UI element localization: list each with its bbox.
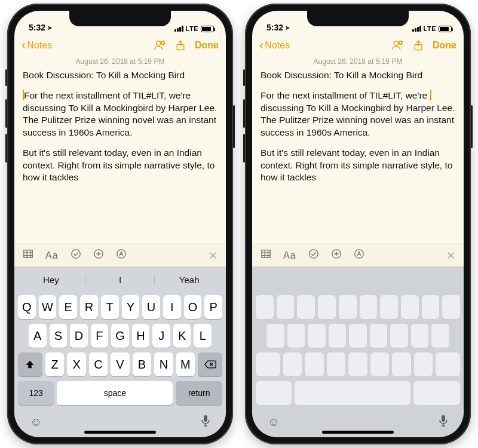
key-w[interactable]: W (277, 295, 295, 319)
markup-icon[interactable] (354, 248, 364, 262)
emoji-key[interactable]: ☺ (30, 415, 42, 429)
key-l[interactable]: L (431, 324, 449, 348)
table-icon[interactable] (23, 248, 33, 262)
table-icon[interactable] (261, 248, 271, 262)
dictation-key[interactable] (439, 415, 448, 429)
done-button[interactable]: Done (195, 40, 219, 51)
note-paragraph-pre: For the next installment of TIL#LIT, we'… (261, 90, 430, 100)
key-e[interactable]: E (297, 295, 315, 319)
key-m[interactable]: M (414, 352, 433, 376)
text-format-button[interactable]: Aa (45, 250, 59, 261)
key-b[interactable]: B (133, 352, 151, 376)
numbers-key[interactable]: . (256, 381, 292, 405)
add-people-icon[interactable] (391, 39, 404, 52)
suggestion[interactable]: Yeah (154, 275, 223, 285)
home-indicator[interactable] (84, 431, 156, 434)
key-r[interactable]: R (318, 295, 336, 319)
key-t[interactable]: T (339, 295, 357, 319)
key-i[interactable]: I (401, 295, 419, 319)
space-key[interactable]: . (295, 381, 410, 405)
key-c[interactable]: C (327, 352, 345, 376)
key-b[interactable]: B (370, 352, 389, 376)
add-attachment-icon[interactable] (93, 248, 104, 262)
key-h[interactable]: H (370, 324, 388, 348)
backspace-key[interactable] (198, 352, 222, 376)
back-button[interactable]: ‹ Notes (259, 39, 290, 52)
key-h[interactable]: H (132, 324, 150, 348)
close-toolbar-icon[interactable]: ✕ (209, 249, 217, 262)
keyboard[interactable]: Hey I Yeah QWERTYUIOP ASDFGHJKL ZXCVBNM (14, 266, 226, 437)
close-toolbar-icon[interactable]: ✕ (446, 249, 455, 262)
key-q[interactable]: Q (18, 295, 36, 319)
key-o[interactable]: O (184, 295, 202, 319)
note-editor[interactable]: Book Discussion: To Kill a Mocking Bird … (14, 69, 226, 244)
key-j[interactable]: J (390, 324, 408, 348)
key-s[interactable]: S (287, 324, 305, 348)
key-n[interactable]: N (392, 352, 410, 376)
return-key[interactable]: . (413, 381, 460, 405)
checklist-icon[interactable] (71, 248, 81, 262)
key-m[interactable]: M (176, 352, 195, 376)
key-z[interactable]: Z (283, 352, 302, 376)
key-k[interactable]: K (173, 324, 191, 348)
shift-key[interactable]: . (256, 352, 280, 376)
key-a[interactable]: A (266, 324, 284, 348)
space-key[interactable]: space (57, 381, 173, 405)
key-z[interactable]: Z (45, 352, 64, 376)
signal-icon (412, 26, 421, 32)
key-u[interactable]: U (380, 295, 398, 319)
key-o[interactable]: O (422, 295, 440, 319)
share-icon[interactable] (174, 39, 186, 51)
key-y[interactable]: Y (360, 295, 378, 319)
dictation-key[interactable] (201, 415, 210, 429)
note-editor[interactable]: Book Discussion: To Kill a Mocking Bird … (252, 69, 464, 244)
status-time: 5:32 (29, 23, 45, 32)
text-format-button[interactable]: Aa (283, 250, 296, 261)
markup-icon[interactable] (116, 248, 127, 262)
key-y[interactable]: Y (122, 295, 140, 319)
add-attachment-icon[interactable] (331, 248, 342, 262)
key-s[interactable]: S (50, 324, 68, 348)
suggestion-bar: Hey I Yeah (17, 270, 223, 289)
back-button[interactable]: ‹ Notes (22, 39, 52, 52)
key-l[interactable]: L (194, 324, 212, 348)
key-g[interactable]: G (349, 324, 367, 348)
key-i[interactable]: I (163, 295, 181, 319)
key-t[interactable]: T (101, 295, 119, 319)
key-q[interactable]: Q (256, 295, 274, 319)
add-people-icon[interactable] (153, 39, 166, 52)
key-u[interactable]: U (142, 295, 160, 319)
key-f[interactable]: F (329, 324, 347, 348)
svg-rect-11 (262, 250, 270, 258)
return-key[interactable]: return (176, 381, 222, 405)
home-indicator[interactable] (322, 431, 394, 434)
key-x[interactable]: X (305, 352, 323, 376)
key-c[interactable]: C (89, 352, 108, 376)
backspace-key[interactable]: . (436, 352, 460, 376)
emoji-key[interactable]: ☺ (268, 415, 280, 429)
suggestion[interactable]: Hey (17, 275, 85, 285)
shift-key[interactable] (18, 352, 42, 376)
key-p[interactable]: P (442, 295, 460, 319)
key-f[interactable]: F (91, 324, 109, 348)
key-v[interactable]: V (111, 352, 129, 376)
share-icon[interactable] (412, 39, 424, 51)
done-button[interactable]: Done (433, 40, 456, 51)
numbers-key[interactable]: 123 (18, 381, 54, 405)
key-d[interactable]: D (308, 324, 326, 348)
key-v[interactable]: V (348, 352, 367, 376)
suggestion[interactable]: I (85, 275, 155, 285)
key-p[interactable]: P (204, 295, 222, 319)
key-a[interactable]: A (29, 324, 47, 348)
key-r[interactable]: R (80, 295, 98, 319)
key-x[interactable]: X (67, 352, 85, 376)
key-e[interactable]: E (59, 295, 77, 319)
key-j[interactable]: J (152, 324, 170, 348)
key-g[interactable]: G (111, 324, 129, 348)
keyboard-trackpad-mode[interactable]: QWERTYUIOP ASDFGHJKL . ZXCVBNM . . . . ☺ (252, 266, 464, 437)
checklist-icon[interactable] (308, 248, 319, 262)
key-d[interactable]: D (70, 324, 88, 348)
key-n[interactable]: N (154, 352, 173, 376)
key-w[interactable]: W (39, 295, 57, 319)
key-k[interactable]: K (411, 324, 429, 348)
